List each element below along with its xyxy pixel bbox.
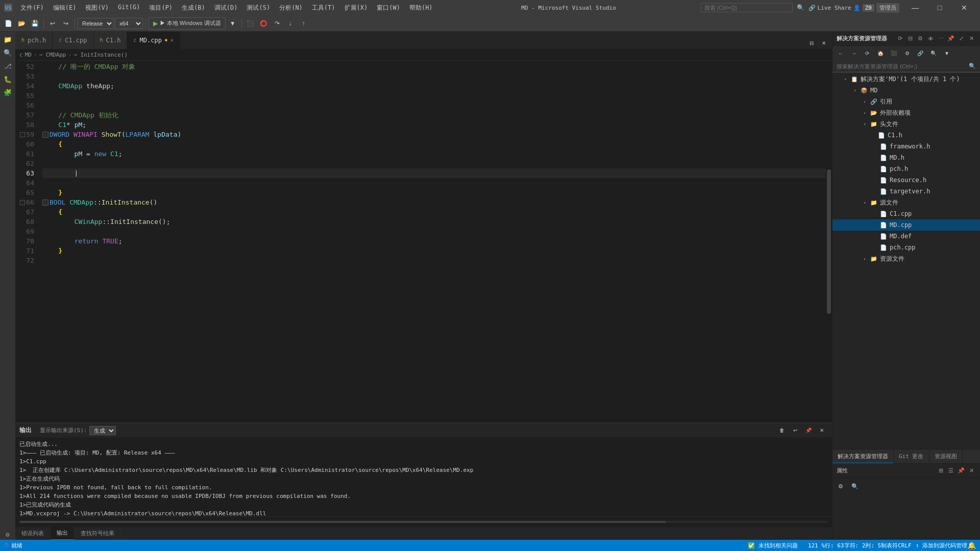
title-search-input[interactable] <box>701 3 793 12</box>
se-tb-fwd[interactable]: → <box>848 47 860 59</box>
se-tb-home[interactable]: 🏠 <box>874 47 887 59</box>
status-no-issues[interactable]: ✅ 未找到相关问题 <box>748 542 798 549</box>
output-close-btn[interactable]: ✕ <box>816 424 828 437</box>
se-tb-source[interactable]: 🔗 <box>914 47 926 59</box>
git-icon[interactable]: ⎇ <box>2 60 13 71</box>
prop-close-btn[interactable]: ✕ <box>967 466 976 475</box>
menu-item-t[interactable]: 工具(T) <box>308 3 339 13</box>
debug-activity-icon[interactable]: 🐛 <box>2 73 13 85</box>
tab-mdcpp-close[interactable]: ✕ <box>170 37 174 43</box>
menu-item-p[interactable]: 项目(P) <box>145 3 177 13</box>
manage-btn[interactable]: 管理员 <box>876 3 899 13</box>
settings-icon[interactable]: ⚙ <box>2 529 13 540</box>
editor-container[interactable]: 52 53 54 55 56 57 58 -59 60 61 62 63 <box>15 61 832 422</box>
se-tb-find[interactable]: 🔍 <box>927 47 940 59</box>
menu-item-x[interactable]: 扩展(X) <box>340 3 372 13</box>
se-tb-refresh[interactable]: ⟳ <box>861 47 873 59</box>
output-tab-find-symbol[interactable]: 查找符号结果 <box>75 527 121 540</box>
se-more-btn[interactable]: ⋯ <box>936 34 945 43</box>
se-view-btn[interactable]: 👁 <box>926 34 935 43</box>
status-row[interactable]: 行: 63 <box>825 542 844 549</box>
menu-item-v[interactable]: 视图(V) <box>81 3 113 13</box>
output-tab-output[interactable]: 输出 <box>51 527 75 540</box>
se-close-btn[interactable]: ✕ <box>967 34 976 43</box>
tree-c1cpp[interactable]: 📄 C1.cpp <box>832 208 980 219</box>
status-col2[interactable]: 列: 5 <box>865 542 881 549</box>
se-tb-stop[interactable]: ⬛ <box>888 47 900 59</box>
prop-sort-btn[interactable]: ⊞ <box>936 466 945 475</box>
arch-dropdown[interactable]: x64 <box>115 18 143 29</box>
status-add-source[interactable]: ↑ 添加到源代码管理 <box>916 542 967 549</box>
status-lineending[interactable]: CRLF <box>898 542 912 549</box>
tree-references[interactable]: ▸ 🔗 引用 <box>832 96 980 107</box>
code-editor[interactable]: // 唯一的 CMDApp 对象 CMDApp theApp; // CMDAp… <box>38 61 826 422</box>
step-in-btn[interactable]: ↓ <box>284 17 297 30</box>
se-filter-btn[interactable]: ⚙ <box>916 34 925 43</box>
liveshare-label[interactable]: Live Share <box>818 5 851 11</box>
menu-item-d[interactable]: 调试(D) <box>210 3 242 13</box>
tab-c1h[interactable]: h C1.h <box>94 32 128 49</box>
output-wrap-btn[interactable]: ↩ <box>789 424 801 437</box>
se-search-input[interactable] <box>837 63 967 69</box>
menu-item-f[interactable]: 文件(F) <box>16 3 48 13</box>
tree-resources[interactable]: ▸ 📁 资源文件 <box>832 253 980 264</box>
menu-item-gitg[interactable]: Git(G) <box>114 3 144 13</box>
se-float-btn[interactable]: ⤢ <box>957 34 966 43</box>
status-col[interactable]: 字符: 2 <box>844 542 866 549</box>
status-encoding[interactable]: 制表符 <box>881 542 898 549</box>
se-tb-filter[interactable]: ▼ <box>941 47 953 59</box>
tree-pchh[interactable]: 📄 pch.h <box>832 163 980 174</box>
se-tb-back[interactable]: ← <box>835 47 847 59</box>
run-dropdown-btn[interactable]: ▼ <box>227 17 239 30</box>
run-btn[interactable]: ▶ ▶ 本地 Windows 调试器 <box>149 17 226 30</box>
menu-item-n[interactable]: 分析(N) <box>275 3 307 13</box>
save-btn[interactable]: 💾 <box>29 17 41 30</box>
maximize-button[interactable]: □ <box>928 0 951 15</box>
menu-item-b[interactable]: 生成(B) <box>178 3 209 13</box>
output-pin-btn[interactable]: 📌 <box>802 424 815 437</box>
tree-targetverh[interactable]: 📄 targetver.h <box>832 186 980 197</box>
output-content[interactable]: 已启动生成... 1>——— 已启动生成: 项目: MD, 配置: Releas… <box>15 438 832 516</box>
prop-icon-1[interactable]: ⚙ <box>835 480 847 492</box>
new-file-btn[interactable]: 📄 <box>2 17 14 30</box>
tree-pchcpp[interactable]: 📄 pch.cpp <box>832 242 980 253</box>
status-message[interactable]: 就绪 <box>11 542 22 549</box>
breadcrumb-method[interactable]: → InitInstance() <box>74 52 128 58</box>
step-over-btn[interactable]: ↷ <box>271 17 283 30</box>
user-avatar[interactable]: Z0 <box>863 4 874 12</box>
tab-c1cpp[interactable]: c C1.cpp <box>53 32 93 49</box>
se-pin-btn[interactable]: 📌 <box>946 34 955 43</box>
tree-view[interactable]: ▾ 📋 解决方案'MD'(1 个项目/共 1 个) ▾ 📦 MD <box>832 72 980 449</box>
close-editor-btn[interactable]: ✕ <box>818 37 830 49</box>
se-tab-git[interactable]: Git 更改 <box>894 449 929 463</box>
tree-frameworkh[interactable]: 📄 framework.h <box>832 141 980 152</box>
se-tab-resource[interactable]: 资源视图 <box>929 449 963 463</box>
tree-mddef[interactable]: 📄 MD.def <box>832 231 980 242</box>
tree-solution[interactable]: ▾ 📋 解决方案'MD'(1 个项目/共 1 个) <box>832 73 980 85</box>
tree-headers[interactable]: ▾ 📁 头文件 <box>832 118 980 130</box>
tab-pch[interactable]: h pch.h <box>15 32 53 49</box>
search-activity-icon[interactable]: 🔍 <box>2 47 13 58</box>
breadcrumb-md[interactable]: MD <box>25 52 32 58</box>
undo-btn[interactable]: ↩ <box>46 17 59 30</box>
editor-scrollbar[interactable] <box>826 61 832 422</box>
menu-item-s[interactable]: 测试(S) <box>242 3 274 13</box>
menu-item-h[interactable]: 帮助(H) <box>405 3 437 13</box>
tree-sources[interactable]: ▾ 📁 源文件 <box>832 197 980 208</box>
stop-btn[interactable]: ⬛ <box>244 17 257 30</box>
tree-mdcpp[interactable]: 📄 MD.cpp <box>832 219 980 231</box>
output-hscroll-thumb[interactable] <box>19 521 666 523</box>
minimize-button[interactable]: — <box>903 0 927 15</box>
tree-mdh[interactable]: 📄 MD.h <box>832 152 980 163</box>
se-collapse-btn[interactable]: ⊟ <box>905 34 915 43</box>
scrollbar-thumb[interactable] <box>827 169 831 314</box>
close-button[interactable]: ✕ <box>952 0 976 15</box>
se-sync-btn[interactable]: ⟳ <box>895 34 904 43</box>
tree-extern-dep[interactable]: ▸ 📂 外部依赖项 <box>832 107 980 118</box>
prop-icon-2[interactable]: 🔍 <box>849 480 861 492</box>
prop-pin-btn[interactable]: 📌 <box>957 466 966 475</box>
prop-list-btn[interactable]: ☰ <box>946 466 955 475</box>
output-tab-errors[interactable]: 错误列表 <box>15 527 51 540</box>
output-clear-btn[interactable]: 🗑 <box>776 424 788 437</box>
step-out-btn[interactable]: ↑ <box>298 17 310 30</box>
